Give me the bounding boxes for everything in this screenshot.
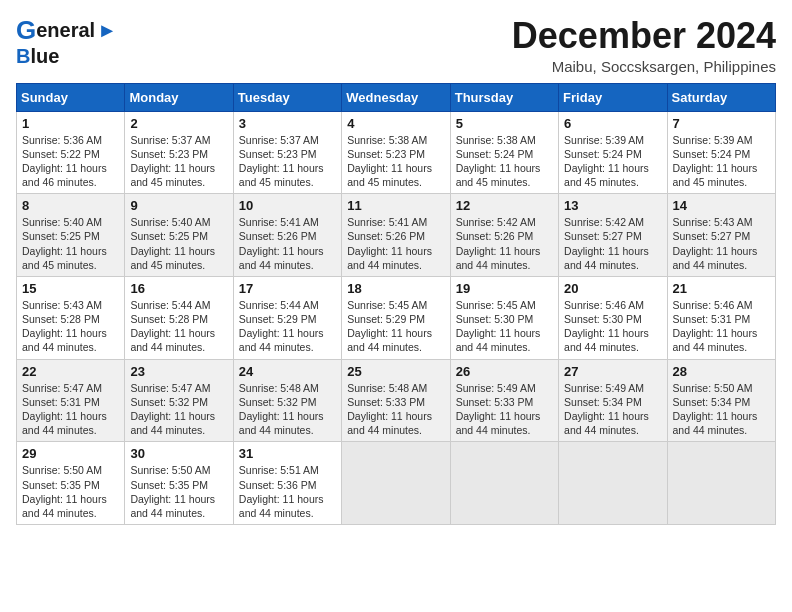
day-number: 19 [456, 281, 553, 296]
day-info: Sunrise: 5:46 AMSunset: 5:31 PMDaylight:… [673, 298, 770, 355]
day-number: 18 [347, 281, 444, 296]
calendar-cell: 6Sunrise: 5:39 AMSunset: 5:24 PMDaylight… [559, 111, 667, 194]
calendar-cell: 15Sunrise: 5:43 AMSunset: 5:28 PMDayligh… [17, 276, 125, 359]
calendar: SundayMondayTuesdayWednesdayThursdayFrid… [16, 83, 776, 525]
calendar-cell: 12Sunrise: 5:42 AMSunset: 5:26 PMDayligh… [450, 194, 558, 277]
calendar-cell: 24Sunrise: 5:48 AMSunset: 5:32 PMDayligh… [233, 359, 341, 442]
day-info: Sunrise: 5:40 AMSunset: 5:25 PMDaylight:… [22, 215, 119, 272]
day-header-friday: Friday [559, 83, 667, 111]
day-number: 27 [564, 364, 661, 379]
day-number: 20 [564, 281, 661, 296]
day-number: 10 [239, 198, 336, 213]
day-info: Sunrise: 5:49 AMSunset: 5:34 PMDaylight:… [564, 381, 661, 438]
day-number: 13 [564, 198, 661, 213]
day-info: Sunrise: 5:42 AMSunset: 5:27 PMDaylight:… [564, 215, 661, 272]
day-number: 26 [456, 364, 553, 379]
day-info: Sunrise: 5:43 AMSunset: 5:27 PMDaylight:… [673, 215, 770, 272]
day-number: 23 [130, 364, 227, 379]
day-number: 25 [347, 364, 444, 379]
day-number: 12 [456, 198, 553, 213]
logo-g: G [16, 16, 36, 45]
day-info: Sunrise: 5:45 AMSunset: 5:29 PMDaylight:… [347, 298, 444, 355]
day-info: Sunrise: 5:41 AMSunset: 5:26 PMDaylight:… [347, 215, 444, 272]
day-number: 11 [347, 198, 444, 213]
day-number: 22 [22, 364, 119, 379]
day-number: 21 [673, 281, 770, 296]
calendar-cell: 27Sunrise: 5:49 AMSunset: 5:34 PMDayligh… [559, 359, 667, 442]
day-header-saturday: Saturday [667, 83, 775, 111]
calendar-cell: 21Sunrise: 5:46 AMSunset: 5:31 PMDayligh… [667, 276, 775, 359]
calendar-cell: 23Sunrise: 5:47 AMSunset: 5:32 PMDayligh… [125, 359, 233, 442]
calendar-cell: 19Sunrise: 5:45 AMSunset: 5:30 PMDayligh… [450, 276, 558, 359]
logo-eneral: eneral [36, 19, 95, 41]
day-info: Sunrise: 5:50 AMSunset: 5:34 PMDaylight:… [673, 381, 770, 438]
day-number: 1 [22, 116, 119, 131]
calendar-cell [450, 442, 558, 525]
calendar-cell: 20Sunrise: 5:46 AMSunset: 5:30 PMDayligh… [559, 276, 667, 359]
day-info: Sunrise: 5:40 AMSunset: 5:25 PMDaylight:… [130, 215, 227, 272]
calendar-week-row: 15Sunrise: 5:43 AMSunset: 5:28 PMDayligh… [17, 276, 776, 359]
day-info: Sunrise: 5:39 AMSunset: 5:24 PMDaylight:… [673, 133, 770, 190]
day-info: Sunrise: 5:46 AMSunset: 5:30 PMDaylight:… [564, 298, 661, 355]
page-header: G eneral ► B lue December 2024 Maibu, So… [16, 16, 776, 75]
calendar-cell: 18Sunrise: 5:45 AMSunset: 5:29 PMDayligh… [342, 276, 450, 359]
month-title: December 2024 [512, 16, 776, 56]
calendar-cell: 31Sunrise: 5:51 AMSunset: 5:36 PMDayligh… [233, 442, 341, 525]
day-number: 9 [130, 198, 227, 213]
calendar-cell: 10Sunrise: 5:41 AMSunset: 5:26 PMDayligh… [233, 194, 341, 277]
day-header-wednesday: Wednesday [342, 83, 450, 111]
day-number: 6 [564, 116, 661, 131]
day-header-sunday: Sunday [17, 83, 125, 111]
day-number: 24 [239, 364, 336, 379]
day-header-tuesday: Tuesday [233, 83, 341, 111]
day-number: 15 [22, 281, 119, 296]
day-info: Sunrise: 5:45 AMSunset: 5:30 PMDaylight:… [456, 298, 553, 355]
day-header-monday: Monday [125, 83, 233, 111]
calendar-cell [559, 442, 667, 525]
day-info: Sunrise: 5:48 AMSunset: 5:33 PMDaylight:… [347, 381, 444, 438]
day-header-thursday: Thursday [450, 83, 558, 111]
calendar-week-row: 1Sunrise: 5:36 AMSunset: 5:22 PMDaylight… [17, 111, 776, 194]
location: Maibu, Soccsksargen, Philippines [512, 58, 776, 75]
calendar-cell: 22Sunrise: 5:47 AMSunset: 5:31 PMDayligh… [17, 359, 125, 442]
day-number: 5 [456, 116, 553, 131]
day-number: 7 [673, 116, 770, 131]
day-number: 29 [22, 446, 119, 461]
calendar-cell: 3Sunrise: 5:37 AMSunset: 5:23 PMDaylight… [233, 111, 341, 194]
day-info: Sunrise: 5:50 AMSunset: 5:35 PMDaylight:… [22, 463, 119, 520]
calendar-cell: 8Sunrise: 5:40 AMSunset: 5:25 PMDaylight… [17, 194, 125, 277]
day-info: Sunrise: 5:38 AMSunset: 5:23 PMDaylight:… [347, 133, 444, 190]
day-info: Sunrise: 5:43 AMSunset: 5:28 PMDaylight:… [22, 298, 119, 355]
day-info: Sunrise: 5:49 AMSunset: 5:33 PMDaylight:… [456, 381, 553, 438]
day-info: Sunrise: 5:50 AMSunset: 5:35 PMDaylight:… [130, 463, 227, 520]
day-info: Sunrise: 5:38 AMSunset: 5:24 PMDaylight:… [456, 133, 553, 190]
day-number: 2 [130, 116, 227, 131]
calendar-cell: 28Sunrise: 5:50 AMSunset: 5:34 PMDayligh… [667, 359, 775, 442]
calendar-cell: 16Sunrise: 5:44 AMSunset: 5:28 PMDayligh… [125, 276, 233, 359]
calendar-week-row: 29Sunrise: 5:50 AMSunset: 5:35 PMDayligh… [17, 442, 776, 525]
day-info: Sunrise: 5:39 AMSunset: 5:24 PMDaylight:… [564, 133, 661, 190]
day-info: Sunrise: 5:42 AMSunset: 5:26 PMDaylight:… [456, 215, 553, 272]
calendar-cell: 29Sunrise: 5:50 AMSunset: 5:35 PMDayligh… [17, 442, 125, 525]
calendar-week-row: 8Sunrise: 5:40 AMSunset: 5:25 PMDaylight… [17, 194, 776, 277]
day-info: Sunrise: 5:47 AMSunset: 5:31 PMDaylight:… [22, 381, 119, 438]
day-info: Sunrise: 5:36 AMSunset: 5:22 PMDaylight:… [22, 133, 119, 190]
logo-bird-icon: ► [97, 19, 117, 41]
calendar-cell: 30Sunrise: 5:50 AMSunset: 5:35 PMDayligh… [125, 442, 233, 525]
calendar-cell [342, 442, 450, 525]
calendar-cell: 17Sunrise: 5:44 AMSunset: 5:29 PMDayligh… [233, 276, 341, 359]
calendar-cell: 4Sunrise: 5:38 AMSunset: 5:23 PMDaylight… [342, 111, 450, 194]
days-header-row: SundayMondayTuesdayWednesdayThursdayFrid… [17, 83, 776, 111]
calendar-cell: 5Sunrise: 5:38 AMSunset: 5:24 PMDaylight… [450, 111, 558, 194]
day-number: 30 [130, 446, 227, 461]
day-number: 4 [347, 116, 444, 131]
day-number: 17 [239, 281, 336, 296]
calendar-cell: 11Sunrise: 5:41 AMSunset: 5:26 PMDayligh… [342, 194, 450, 277]
calendar-cell [667, 442, 775, 525]
title-section: December 2024 Maibu, Soccsksargen, Phili… [512, 16, 776, 75]
day-number: 8 [22, 198, 119, 213]
day-info: Sunrise: 5:44 AMSunset: 5:29 PMDaylight:… [239, 298, 336, 355]
day-number: 16 [130, 281, 227, 296]
day-number: 14 [673, 198, 770, 213]
day-number: 3 [239, 116, 336, 131]
